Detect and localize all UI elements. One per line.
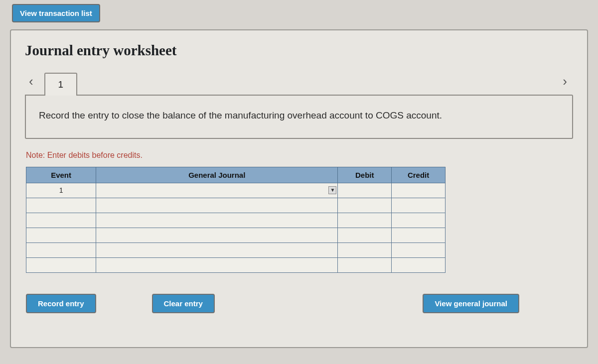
debit-cell[interactable]	[338, 243, 392, 257]
credit-cell[interactable]	[392, 228, 446, 243]
table-row	[26, 198, 446, 213]
journal-cell[interactable]	[96, 198, 338, 213]
credit-cell[interactable]	[392, 213, 446, 228]
view-general-journal-button[interactable]: View general journal	[423, 294, 519, 313]
table-row	[26, 243, 446, 257]
credit-cell[interactable]	[392, 198, 446, 213]
table-row: 1 ▼	[26, 183, 446, 198]
event-cell[interactable]	[26, 257, 96, 272]
table-row	[26, 213, 446, 228]
col-header-debit: Debit	[338, 167, 392, 183]
event-cell[interactable]	[26, 198, 96, 213]
page-title: Journal entry worksheet	[25, 42, 573, 59]
table-row	[26, 257, 446, 272]
record-entry-button[interactable]: Record entry	[26, 294, 96, 313]
credit-cell[interactable]	[392, 243, 446, 257]
debit-cell[interactable]	[338, 198, 392, 213]
instruction-text: Record the entry to close the balance of…	[39, 110, 442, 121]
debit-cell[interactable]	[338, 213, 392, 228]
event-cell[interactable]	[26, 243, 96, 257]
prev-chevron-icon[interactable]: ‹	[25, 72, 37, 91]
tab-1[interactable]: 1	[44, 73, 77, 96]
credit-cell[interactable]	[392, 183, 446, 198]
credit-cell[interactable]	[392, 257, 446, 272]
dropdown-icon[interactable]: ▼	[328, 186, 336, 194]
journal-table: Event General Journal Debit Credit 1 ▼	[26, 167, 446, 273]
instruction-box: Record the entry to close the balance of…	[25, 95, 573, 139]
event-cell[interactable]	[26, 228, 96, 243]
journal-cell[interactable]	[96, 228, 338, 243]
journal-cell[interactable]	[96, 257, 338, 272]
journal-cell[interactable]: ▼	[96, 183, 338, 198]
journal-cell[interactable]	[96, 213, 338, 228]
view-transaction-list-button[interactable]: View transaction list	[12, 4, 100, 22]
col-header-journal: General Journal	[96, 167, 338, 183]
tab-row: ‹ 1 ›	[25, 68, 573, 95]
event-cell[interactable]	[26, 213, 96, 228]
debit-cell[interactable]	[338, 183, 392, 198]
event-cell[interactable]: 1	[26, 183, 96, 198]
note-text: Note: Enter debits before credits.	[26, 151, 573, 160]
worksheet-card: Journal entry worksheet ‹ 1 › Record the…	[10, 29, 588, 348]
col-header-event: Event	[26, 167, 96, 183]
debit-cell[interactable]	[338, 228, 392, 243]
next-chevron-icon[interactable]: ›	[559, 72, 571, 91]
clear-entry-button[interactable]: Clear entry	[152, 294, 215, 313]
col-header-credit: Credit	[392, 167, 446, 183]
journal-cell[interactable]	[96, 243, 338, 257]
table-row	[26, 228, 446, 243]
action-row: Record entry Clear entry View general jo…	[25, 294, 573, 313]
debit-cell[interactable]	[338, 257, 392, 272]
